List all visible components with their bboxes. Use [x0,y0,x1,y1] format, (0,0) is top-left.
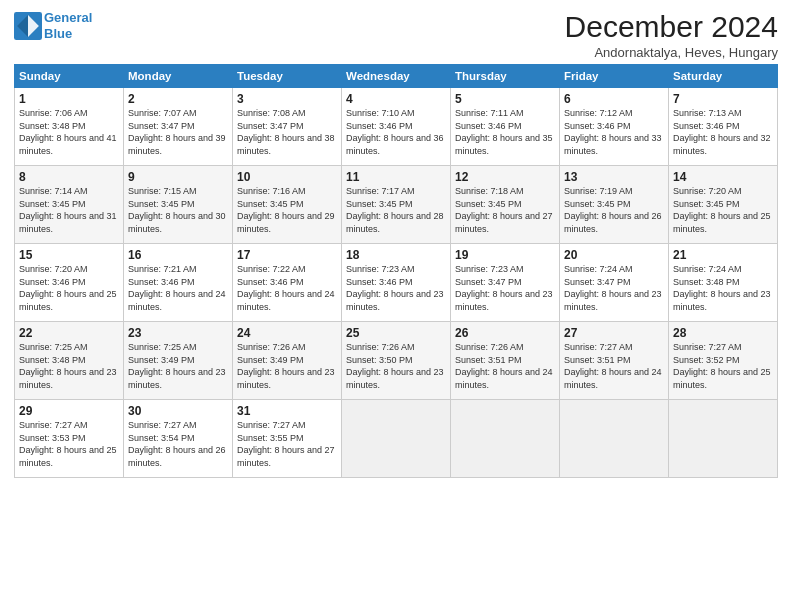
day-number: 1 [19,92,119,106]
day-number: 2 [128,92,228,106]
cell-text: Sunrise: 7:11 AMSunset: 3:46 PMDaylight:… [455,108,553,156]
table-row: 1Sunrise: 7:06 AMSunset: 3:48 PMDaylight… [15,88,124,166]
calendar-week-3: 22Sunrise: 7:25 AMSunset: 3:48 PMDayligh… [15,322,778,400]
logo: General Blue [14,10,92,41]
table-row: 4Sunrise: 7:10 AMSunset: 3:46 PMDaylight… [342,88,451,166]
logo-line2: Blue [44,26,72,41]
col-thursday: Thursday [451,65,560,88]
header-row-days: Sunday Monday Tuesday Wednesday Thursday… [15,65,778,88]
calendar-week-1: 8Sunrise: 7:14 AMSunset: 3:45 PMDaylight… [15,166,778,244]
col-friday: Friday [560,65,669,88]
day-number: 7 [673,92,773,106]
day-number: 8 [19,170,119,184]
day-number: 13 [564,170,664,184]
table-row: 9Sunrise: 7:15 AMSunset: 3:45 PMDaylight… [124,166,233,244]
day-number: 14 [673,170,773,184]
cell-text: Sunrise: 7:24 AMSunset: 3:47 PMDaylight:… [564,264,662,312]
logo-text: General Blue [44,10,92,41]
table-row: 29Sunrise: 7:27 AMSunset: 3:53 PMDayligh… [15,400,124,478]
table-row [669,400,778,478]
cell-text: Sunrise: 7:27 AMSunset: 3:51 PMDaylight:… [564,342,662,390]
table-row: 16Sunrise: 7:21 AMSunset: 3:46 PMDayligh… [124,244,233,322]
table-row [451,400,560,478]
cell-text: Sunrise: 7:26 AMSunset: 3:49 PMDaylight:… [237,342,335,390]
table-row: 22Sunrise: 7:25 AMSunset: 3:48 PMDayligh… [15,322,124,400]
cell-text: Sunrise: 7:17 AMSunset: 3:45 PMDaylight:… [346,186,444,234]
month-title: December 2024 [565,10,778,44]
table-row: 20Sunrise: 7:24 AMSunset: 3:47 PMDayligh… [560,244,669,322]
cell-text: Sunrise: 7:18 AMSunset: 3:45 PMDaylight:… [455,186,553,234]
col-tuesday: Tuesday [233,65,342,88]
table-row [560,400,669,478]
table-row: 12Sunrise: 7:18 AMSunset: 3:45 PMDayligh… [451,166,560,244]
day-number: 27 [564,326,664,340]
day-number: 20 [564,248,664,262]
logo-icon [14,12,42,40]
day-number: 24 [237,326,337,340]
table-row: 6Sunrise: 7:12 AMSunset: 3:46 PMDaylight… [560,88,669,166]
table-row: 30Sunrise: 7:27 AMSunset: 3:54 PMDayligh… [124,400,233,478]
cell-text: Sunrise: 7:15 AMSunset: 3:45 PMDaylight:… [128,186,226,234]
cell-text: Sunrise: 7:16 AMSunset: 3:45 PMDaylight:… [237,186,335,234]
cell-text: Sunrise: 7:24 AMSunset: 3:48 PMDaylight:… [673,264,771,312]
cell-text: Sunrise: 7:26 AMSunset: 3:51 PMDaylight:… [455,342,553,390]
cell-text: Sunrise: 7:27 AMSunset: 3:55 PMDaylight:… [237,420,335,468]
day-number: 4 [346,92,446,106]
cell-text: Sunrise: 7:10 AMSunset: 3:46 PMDaylight:… [346,108,444,156]
day-number: 26 [455,326,555,340]
day-number: 25 [346,326,446,340]
cell-text: Sunrise: 7:07 AMSunset: 3:47 PMDaylight:… [128,108,226,156]
cell-text: Sunrise: 7:20 AMSunset: 3:45 PMDaylight:… [673,186,771,234]
cell-text: Sunrise: 7:25 AMSunset: 3:48 PMDaylight:… [19,342,117,390]
day-number: 17 [237,248,337,262]
cell-text: Sunrise: 7:08 AMSunset: 3:47 PMDaylight:… [237,108,335,156]
cell-text: Sunrise: 7:13 AMSunset: 3:46 PMDaylight:… [673,108,771,156]
calendar-week-0: 1Sunrise: 7:06 AMSunset: 3:48 PMDaylight… [15,88,778,166]
table-row: 2Sunrise: 7:07 AMSunset: 3:47 PMDaylight… [124,88,233,166]
table-row: 17Sunrise: 7:22 AMSunset: 3:46 PMDayligh… [233,244,342,322]
table-row: 5Sunrise: 7:11 AMSunset: 3:46 PMDaylight… [451,88,560,166]
day-number: 31 [237,404,337,418]
day-number: 18 [346,248,446,262]
table-row: 3Sunrise: 7:08 AMSunset: 3:47 PMDaylight… [233,88,342,166]
table-row: 28Sunrise: 7:27 AMSunset: 3:52 PMDayligh… [669,322,778,400]
calendar-week-2: 15Sunrise: 7:20 AMSunset: 3:46 PMDayligh… [15,244,778,322]
day-number: 10 [237,170,337,184]
day-number: 12 [455,170,555,184]
col-sunday: Sunday [15,65,124,88]
header-row: General Blue December 2024 Andornaktalya… [14,10,778,60]
cell-text: Sunrise: 7:21 AMSunset: 3:46 PMDaylight:… [128,264,226,312]
cell-text: Sunrise: 7:26 AMSunset: 3:50 PMDaylight:… [346,342,444,390]
day-number: 23 [128,326,228,340]
calendar-week-4: 29Sunrise: 7:27 AMSunset: 3:53 PMDayligh… [15,400,778,478]
day-number: 16 [128,248,228,262]
cell-text: Sunrise: 7:12 AMSunset: 3:46 PMDaylight:… [564,108,662,156]
table-row: 8Sunrise: 7:14 AMSunset: 3:45 PMDaylight… [15,166,124,244]
table-row: 25Sunrise: 7:26 AMSunset: 3:50 PMDayligh… [342,322,451,400]
table-row: 11Sunrise: 7:17 AMSunset: 3:45 PMDayligh… [342,166,451,244]
table-row [342,400,451,478]
day-number: 11 [346,170,446,184]
day-number: 30 [128,404,228,418]
cell-text: Sunrise: 7:14 AMSunset: 3:45 PMDaylight:… [19,186,117,234]
col-wednesday: Wednesday [342,65,451,88]
table-row: 14Sunrise: 7:20 AMSunset: 3:45 PMDayligh… [669,166,778,244]
cell-text: Sunrise: 7:22 AMSunset: 3:46 PMDaylight:… [237,264,335,312]
day-number: 19 [455,248,555,262]
calendar-table: Sunday Monday Tuesday Wednesday Thursday… [14,64,778,478]
day-number: 21 [673,248,773,262]
table-row: 27Sunrise: 7:27 AMSunset: 3:51 PMDayligh… [560,322,669,400]
day-number: 22 [19,326,119,340]
table-row: 26Sunrise: 7:26 AMSunset: 3:51 PMDayligh… [451,322,560,400]
table-row: 7Sunrise: 7:13 AMSunset: 3:46 PMDaylight… [669,88,778,166]
table-row: 23Sunrise: 7:25 AMSunset: 3:49 PMDayligh… [124,322,233,400]
table-row: 21Sunrise: 7:24 AMSunset: 3:48 PMDayligh… [669,244,778,322]
table-row: 13Sunrise: 7:19 AMSunset: 3:45 PMDayligh… [560,166,669,244]
table-row: 31Sunrise: 7:27 AMSunset: 3:55 PMDayligh… [233,400,342,478]
cell-text: Sunrise: 7:23 AMSunset: 3:46 PMDaylight:… [346,264,444,312]
table-row: 15Sunrise: 7:20 AMSunset: 3:46 PMDayligh… [15,244,124,322]
cell-text: Sunrise: 7:25 AMSunset: 3:49 PMDaylight:… [128,342,226,390]
cell-text: Sunrise: 7:19 AMSunset: 3:45 PMDaylight:… [564,186,662,234]
cell-text: Sunrise: 7:27 AMSunset: 3:54 PMDaylight:… [128,420,226,468]
cell-text: Sunrise: 7:06 AMSunset: 3:48 PMDaylight:… [19,108,117,156]
